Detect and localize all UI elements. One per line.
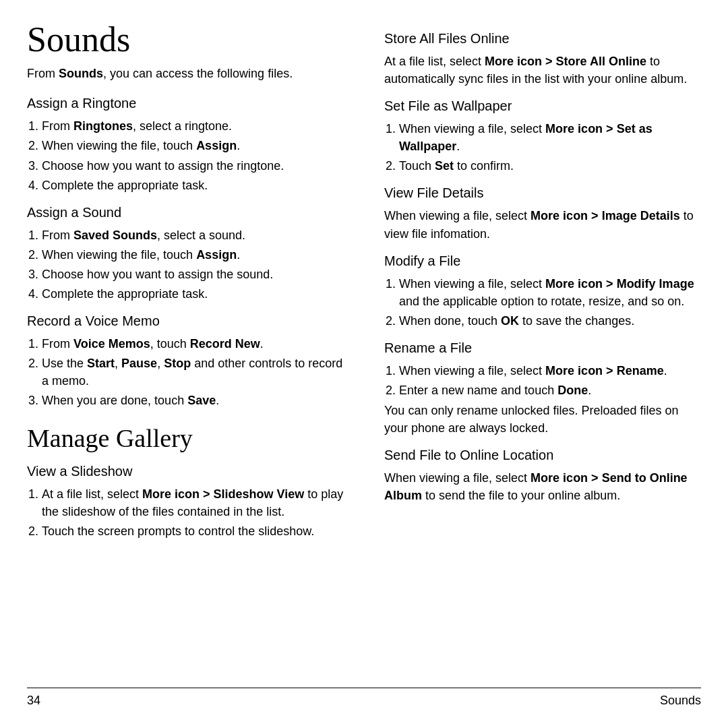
list-item: From Saved Sounds, select a sound. xyxy=(42,226,344,244)
modify-file-list: When viewing a file, select More icon > … xyxy=(399,275,701,330)
list-item: Touch the screen prompts to control the … xyxy=(42,522,344,540)
list-item: When viewing a file, select More icon > … xyxy=(399,362,701,380)
list-item: Complete the appropriate task. xyxy=(42,285,344,303)
assign-ringtone-list: From Ringtones, select a ringtone. When … xyxy=(42,117,344,193)
content-area: Sounds From Sounds, you can access the f… xyxy=(27,20,701,681)
list-item: At a file list, select More icon > Slide… xyxy=(42,485,344,520)
record-voice-memo-list: From Voice Memos, touch Record New. Use … xyxy=(42,335,344,409)
list-item: From Voice Memos, touch Record New. xyxy=(42,335,344,353)
page-title: Sounds xyxy=(27,20,344,59)
section-title-modify-file: Modify a File xyxy=(384,252,701,270)
assign-sound-list: From Saved Sounds, select a sound. When … xyxy=(42,226,344,303)
list-item: Enter a new name and touch Done. xyxy=(399,382,701,399)
section-title-view-slideshow: View a Slideshow xyxy=(27,462,344,480)
view-file-details-text: When viewing a file, select More icon > … xyxy=(384,207,701,242)
list-item: When viewing the file, touch Assign. xyxy=(42,246,344,264)
list-item: Choose how you want to assign the ringto… xyxy=(42,157,344,175)
section-title-set-wallpaper: Set File as Wallpaper xyxy=(384,97,701,115)
section-title-store-all-files: Store All Files Online xyxy=(384,30,701,47)
list-item: When you are done, touch Save. xyxy=(42,392,344,409)
list-item: Choose how you want to assign the sound. xyxy=(42,266,344,283)
page-number: 34 xyxy=(27,694,40,708)
list-item: When viewing the file, touch Assign. xyxy=(42,137,344,154)
section-title-assign-sound: Assign a Sound xyxy=(27,204,344,221)
store-all-files-text: At a file list, select More icon > Store… xyxy=(384,53,701,88)
section-title-record-voice-memo: Record a Voice Memo xyxy=(27,312,344,330)
page-footer: 34 Sounds xyxy=(27,688,701,708)
list-item: Touch Set to confirm. xyxy=(399,157,701,175)
list-item: When viewing a file, select More icon > … xyxy=(399,275,701,310)
manage-gallery-title: Manage Gallery xyxy=(27,423,344,453)
section-title-send-file: Send File to Online Location xyxy=(384,446,701,464)
send-file-text: When viewing a file, select More icon > … xyxy=(384,469,701,504)
set-wallpaper-list: When viewing a file, select More icon > … xyxy=(399,120,701,175)
list-item: Complete the appropriate task. xyxy=(42,177,344,194)
section-title-rename-file: Rename a File xyxy=(384,339,701,357)
right-column: Store All Files Online At a file list, s… xyxy=(377,20,701,681)
list-item: When done, touch OK to save the changes. xyxy=(399,312,701,330)
list-item: When viewing a file, select More icon > … xyxy=(399,120,701,155)
view-slideshow-list: At a file list, select More icon > Slide… xyxy=(42,485,344,540)
rename-file-note: You can only rename unlocked files. Prel… xyxy=(384,402,701,437)
left-column: Sounds From Sounds, you can access the f… xyxy=(27,20,351,681)
intro-text: From Sounds, you can access the followin… xyxy=(27,65,344,82)
footer-section-label: Sounds xyxy=(660,694,701,708)
rename-file-list: When viewing a file, select More icon > … xyxy=(399,362,701,399)
section-title-view-file-details: View File Details xyxy=(384,184,701,202)
list-item: From Ringtones, select a ringtone. xyxy=(42,117,344,135)
section-title-assign-ringtone: Assign a Ringtone xyxy=(27,94,344,112)
list-item: Use the Start, Pause, Stop and other con… xyxy=(42,355,344,390)
page: Sounds From Sounds, you can access the f… xyxy=(0,0,728,728)
